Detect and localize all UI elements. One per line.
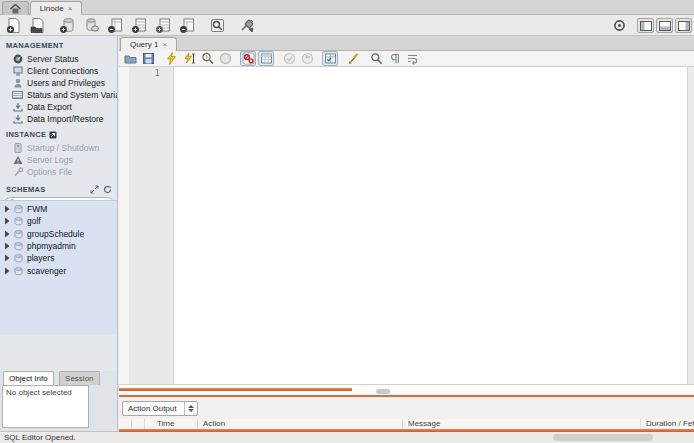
toggle-autocommit-button[interactable] — [322, 51, 338, 66]
sidebar-item-label: Users and Privileges — [27, 78, 105, 88]
editor-right-edge — [687, 67, 694, 384]
sidebar-item-data-import[interactable]: Data Import/Restore — [0, 113, 117, 125]
sidebar-item-options-file[interactable]: Options File — [0, 166, 117, 178]
home-tab[interactable] — [2, 1, 29, 15]
create-table-button[interactable] — [81, 16, 102, 34]
spinner-arrows-icon[interactable] — [184, 402, 197, 415]
schema-item-golf[interactable]: golf — [0, 215, 117, 227]
schema-label: phpmyadmin — [27, 241, 76, 251]
commit-button[interactable] — [281, 51, 297, 66]
expander-icon[interactable] — [4, 217, 10, 225]
save-script-button[interactable] — [140, 51, 156, 66]
server-status-icon — [12, 54, 23, 64]
create-view-button[interactable] — [105, 16, 126, 34]
tab-session[interactable]: Session — [59, 371, 99, 385]
sidebar-item-users-privileges[interactable]: Users and Privileges — [0, 77, 117, 89]
column-time[interactable]: Time — [144, 419, 197, 429]
sidebar-item-data-export[interactable]: Data Export — [0, 101, 117, 113]
toggle-bottom-panel-button[interactable] — [656, 18, 673, 33]
stop-query-button[interactable] — [217, 51, 233, 66]
sidebar-item-system-variables[interactable]: Status and System Variables — [0, 89, 117, 101]
expander-icon[interactable] — [4, 254, 10, 262]
output-selector[interactable]: Action Output — [122, 401, 198, 416]
schema-item-groupschedule[interactable]: groupSchedule — [0, 228, 117, 240]
tab-object-info[interactable]: Object Info — [3, 371, 54, 385]
create-procedure-button[interactable] — [129, 16, 150, 34]
toggle-word-wrap-button[interactable] — [404, 51, 420, 66]
data-import-icon — [12, 114, 23, 124]
system-variables-icon — [12, 90, 23, 100]
expander-icon[interactable] — [4, 230, 10, 238]
sidebar-item-label: Status and System Variables — [27, 90, 117, 100]
query-tab-label: Query 1 — [130, 40, 158, 49]
output-horizontal-scrollbar[interactable] — [553, 434, 653, 441]
sidebar-item-server-logs[interactable]: Server Logs — [0, 154, 117, 166]
instance-icon — [49, 131, 57, 139]
schema-item-phpmyadmin[interactable]: phpmyadmin — [0, 240, 117, 252]
find-button[interactable] — [368, 51, 384, 66]
schema-label: FWM — [27, 204, 47, 214]
sidebar-item-startup-shutdown[interactable]: Startup / Shutdown — [0, 142, 117, 154]
explain-button[interactable] — [199, 51, 215, 66]
left-panel-icon — [640, 21, 652, 31]
expander-icon[interactable] — [4, 267, 10, 275]
create-schema-button[interactable] — [57, 16, 78, 34]
object-info-panel: No object selected — [2, 385, 89, 428]
splitter-grip[interactable] — [376, 389, 390, 394]
refresh-schemas-icon[interactable] — [103, 185, 112, 194]
server-logs-icon — [12, 155, 23, 165]
rollback-button[interactable] — [299, 51, 315, 66]
sidebar-item-client-connections[interactable]: Client Connections — [0, 65, 117, 77]
execute-button[interactable] — [163, 51, 179, 66]
limit-rows-button[interactable] — [258, 51, 274, 66]
data-export-icon — [12, 102, 23, 112]
schema-icon — [13, 241, 24, 251]
beautify-button[interactable] — [345, 51, 361, 66]
startup-shutdown-icon — [12, 143, 23, 153]
expand-schemas-icon[interactable] — [90, 185, 99, 194]
create-function-button[interactable] — [153, 16, 174, 34]
editor-text-area[interactable] — [175, 67, 687, 384]
tab-query-1[interactable]: Query 1 × — [120, 37, 177, 51]
toggle-stop-on-error-button[interactable] — [240, 51, 256, 66]
schema-label: players — [27, 253, 54, 263]
status-message: SQL Editor Opened. — [4, 433, 76, 442]
open-sql-script-button[interactable] — [27, 16, 48, 34]
close-icon[interactable]: × — [68, 4, 73, 13]
open-script-button[interactable] — [122, 51, 138, 66]
preferences-button[interactable] — [611, 18, 627, 34]
object-info-section: Object Info Session No object selected — [0, 371, 118, 431]
toggle-right-sidebar-button[interactable] — [675, 18, 692, 33]
create-trigger-button[interactable] — [177, 16, 198, 34]
toggle-left-sidebar-button[interactable] — [637, 18, 654, 33]
new-sql-tab-button[interactable] — [3, 16, 24, 34]
sql-editor[interactable]: 1 — [119, 67, 694, 384]
sidebar-item-label: Data Import/Restore — [27, 114, 104, 124]
editor-horizontal-scrollbar[interactable] — [119, 388, 352, 391]
editor-scroll-strip — [119, 384, 694, 395]
column-message[interactable]: Message — [402, 419, 640, 429]
search-table-data-button[interactable] — [207, 16, 228, 34]
instance-section-title: INSTANCE — [6, 130, 117, 139]
column-action[interactable]: Action — [197, 419, 402, 429]
gear-icon — [613, 19, 626, 32]
sidebar-item-label: Server Status — [27, 54, 79, 64]
users-icon — [12, 78, 23, 88]
schema-item-scavenger[interactable]: scavenger — [0, 264, 117, 276]
reconnect-dbms-button[interactable] — [237, 16, 258, 34]
management-section-title: MANAGEMENT — [6, 41, 117, 50]
sidebar-item-server-status[interactable]: Server Status — [0, 53, 117, 65]
schema-item-fwm[interactable]: FWM — [0, 203, 117, 215]
editor-line-gutter: 1 — [129, 67, 174, 384]
close-icon[interactable]: × — [162, 40, 167, 49]
expander-icon[interactable] — [4, 242, 10, 250]
schema-label: scavenger — [27, 266, 66, 276]
expander-icon[interactable] — [4, 205, 10, 213]
output-table-header: Time Action Message Duration / Fetch — [119, 419, 694, 429]
connection-tab[interactable]: Linode × — [30, 1, 82, 15]
execute-current-button[interactable] — [181, 51, 197, 66]
window-tab-bar: Linode × — [0, 0, 694, 15]
schema-item-players[interactable]: players — [0, 252, 117, 264]
show-invisibles-button[interactable] — [386, 51, 402, 66]
column-duration[interactable]: Duration / Fetch — [640, 419, 694, 429]
